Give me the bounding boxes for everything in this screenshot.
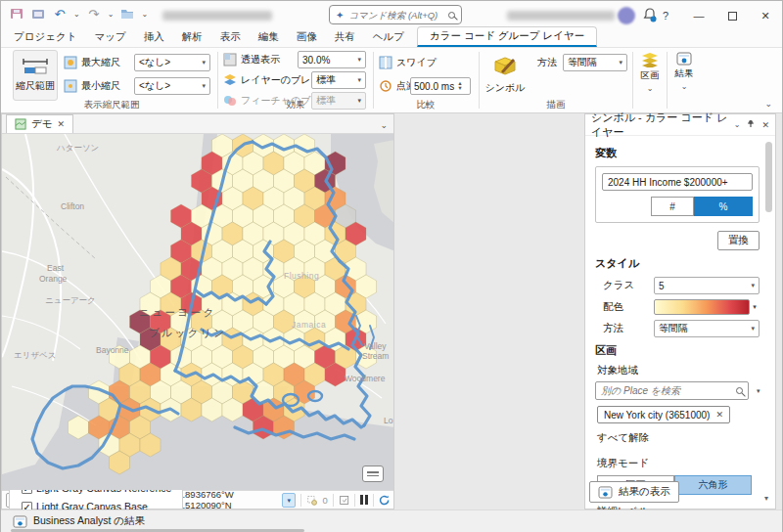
pin-icon[interactable] <box>747 119 755 131</box>
map-label: ハターソン <box>56 143 99 153</box>
scale-range-button[interactable]: 縮尺範囲 <box>13 50 58 101</box>
scale-range-icon <box>23 58 48 75</box>
application-window: ↶⌄ ↷⌄ ⌄ ✦ ? — ✕ プロジェクトマップ挿入解析表示編集画像共有ヘルプ… <box>0 0 783 532</box>
map-label: Lon <box>384 416 393 425</box>
open-folder-icon[interactable] <box>119 6 135 22</box>
tab-list-chevron-icon[interactable]: ⌄ <box>380 120 388 130</box>
help-button[interactable]: ? <box>649 1 682 30</box>
panel-close-icon[interactable]: ✕ <box>761 120 769 130</box>
select-box-icon[interactable] <box>339 494 349 507</box>
boundary-hexagon-button[interactable]: 六角形 <box>674 475 752 495</box>
symbology-button[interactable]: シンボル <box>483 50 528 101</box>
min-scale-dropdown[interactable]: <なし>▾ <box>134 77 210 95</box>
group-caption-visibility-range: 表示縮尺範囲 <box>9 99 214 111</box>
ribbon: 縮尺範囲 最大縮尺 <なし>▾ 最小縮尺 <なし>▾ 表示縮尺範囲 透過表示 3… <box>1 47 782 113</box>
pause-drawing-icon[interactable] <box>360 495 368 505</box>
max-scale-dropdown[interactable]: <なし>▾ <box>134 54 210 71</box>
scale-range-label: 縮尺範囲 <box>16 79 55 93</box>
method-dropdown[interactable]: 等間隔▾ <box>654 320 760 337</box>
undo-icon[interactable]: ↶ <box>52 6 68 22</box>
ribbon-tab[interactable]: 挿入 <box>135 28 173 47</box>
style-section-title: スタイル <box>595 256 760 271</box>
avatar[interactable] <box>618 7 635 24</box>
redo-icon[interactable]: ↷ <box>86 6 102 22</box>
ribbon-tab[interactable]: マップ <box>85 28 134 47</box>
ramp-chevron-icon: ▾ <box>750 303 760 311</box>
clear-all-link[interactable]: すべて解除 <box>597 431 760 445</box>
coordinates-chevron-icon[interactable]: ▾ <box>282 493 296 508</box>
min-scale-label: 最小縮尺 <box>81 79 120 93</box>
replace-button[interactable]: 置換 <box>717 231 760 250</box>
method-dropdown[interactable]: 等間隔▾ <box>563 54 627 71</box>
selection-count-icon <box>306 494 317 507</box>
target-area-label: 対象地域 <box>597 364 760 377</box>
title-bar: ↶⌄ ↷⌄ ⌄ ✦ ? — ✕ <box>1 1 782 30</box>
undo-menu-chevron-icon[interactable]: ⌄ <box>73 10 80 19</box>
ribbon-tab[interactable]: 画像 <box>288 28 326 47</box>
results-button[interactable]: 結果 ⌄ <box>671 52 697 91</box>
symbology-icon <box>492 56 518 77</box>
ribbon-tab-row: プロジェクトマップ挿入解析表示編集画像共有ヘルプ カラー コード グループ レイ… <box>1 30 782 47</box>
ribbon-collapse-chevron-icon[interactable]: ⌄ <box>764 99 772 109</box>
transparency-dropdown[interactable]: 30.0%▾ <box>298 51 366 68</box>
close-tab-icon[interactable]: ✕ <box>58 119 66 129</box>
zones-section-title: 区画 <box>595 343 760 358</box>
map-canvas[interactable]: ハターソンCliftonEastOrangeニューアークエリザベスBayonne… <box>2 134 393 490</box>
save-project-icon[interactable] <box>9 6 24 22</box>
redo-menu-chevron-icon[interactable]: ⌄ <box>108 10 115 19</box>
zones-button[interactable]: 区画 ⌄ <box>637 52 663 93</box>
panel-scrollbar[interactable]: ▾ <box>764 140 773 501</box>
show-results-button[interactable]: 結果の表示 <box>589 481 679 503</box>
map-label: Valley <box>364 341 387 351</box>
refresh-icon[interactable] <box>379 494 390 507</box>
package-icon[interactable] <box>30 6 46 22</box>
percent-toggle-button[interactable]: % <box>694 197 753 216</box>
ribbon-tab[interactable]: 表示 <box>211 28 250 47</box>
place-search-box[interactable] <box>595 381 749 400</box>
boundary-mode-label: 境界モード <box>597 457 760 470</box>
business-analyst-results-item[interactable]: Business Analyst の結果 <box>13 514 145 528</box>
ribbon-tab[interactable]: ヘルプ <box>364 28 413 47</box>
scroll-down-chevron-icon[interactable]: ▾ <box>764 494 768 503</box>
command-search[interactable]: ✦ <box>329 5 462 24</box>
maximize-button[interactable] <box>715 1 749 30</box>
flicker-icon <box>379 79 392 93</box>
transparency-label: 透過表示 <box>241 53 280 66</box>
panel-menu-chevron-icon[interactable]: ⌄ <box>734 120 741 129</box>
project-title-redacted <box>162 11 272 21</box>
classes-dropdown[interactable]: 5▾ <box>654 277 760 294</box>
map-tab-demo[interactable]: デモ ✕ <box>6 114 73 133</box>
command-search-sparkle-icon: ✦ <box>336 10 344 21</box>
color-ramp-dropdown[interactable] <box>654 299 750 315</box>
variable-box: 2024 HH Income $200000+ # % <box>595 166 760 223</box>
ribbon-tab[interactable]: 編集 <box>250 28 288 47</box>
ribbon-tab[interactable]: 解析 <box>173 28 211 47</box>
map-view: デモ ✕ ⌄ <box>1 113 394 510</box>
place-search-input[interactable] <box>601 385 732 396</box>
group-caption-effects: 効果 <box>221 99 370 111</box>
scrollbar-thumb[interactable] <box>765 142 772 212</box>
ribbon-tab[interactable]: 共有 <box>326 28 364 47</box>
selected-place-chip[interactable]: New York city (3651000) ✕ <box>597 406 730 423</box>
classes-label: クラス <box>595 279 654 292</box>
command-search-input[interactable] <box>348 10 443 21</box>
symbology-panel-title: シンボル - カラー コード レイヤー <box>591 111 734 140</box>
place-options-chevron-icon[interactable]: ▾ <box>757 387 760 395</box>
feedback-widget-icon[interactable] <box>362 466 384 482</box>
map-label: Stream <box>362 351 389 361</box>
close-button[interactable]: ✕ <box>749 1 782 30</box>
qat-overflow-chevron-icon[interactable]: ⌄ <box>141 10 148 19</box>
count-toggle-button[interactable]: # <box>651 197 694 216</box>
search-icon <box>736 387 743 394</box>
group-caption-compare: 比較 <box>377 99 475 111</box>
remove-place-icon[interactable]: ✕ <box>715 410 723 420</box>
ribbon-tab[interactable]: プロジェクト <box>5 28 85 47</box>
method-label: 方法 <box>537 56 557 69</box>
minimize-button[interactable]: — <box>682 1 715 30</box>
swipe-button[interactable]: スワイプ <box>379 54 437 71</box>
layer-blend-dropdown[interactable]: 標準▾ <box>311 71 366 89</box>
map-label: Clifton <box>61 201 84 211</box>
flicker-interval-spinner[interactable]: 500.0 ms▲▼ <box>410 77 471 95</box>
tab-color-coded-group-layer[interactable]: カラー コード グループ レイヤー <box>417 26 597 47</box>
variable-name-field[interactable]: 2024 HH Income $200000+ <box>602 173 753 191</box>
